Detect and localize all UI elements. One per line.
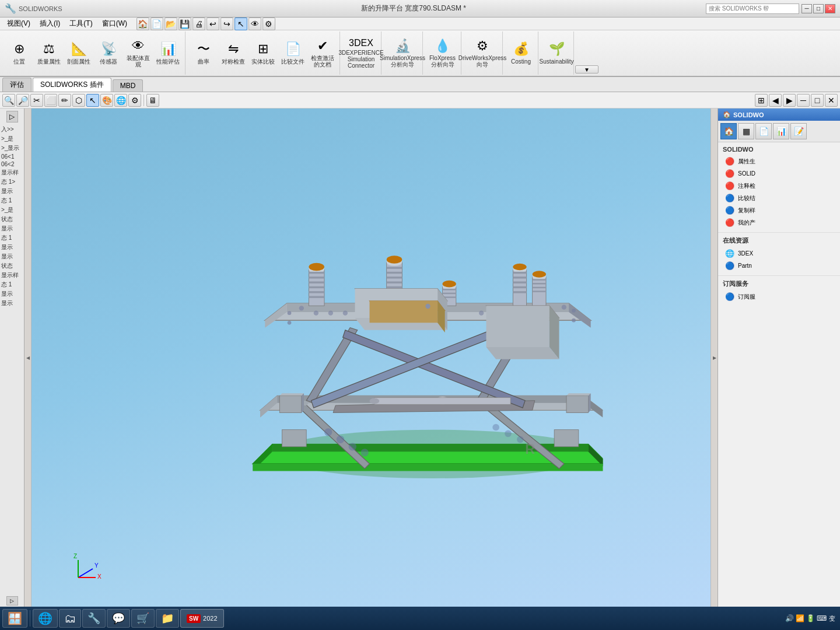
taskbar-windows[interactable]: 🗂 [59,609,81,628]
solid-compare-tool[interactable]: ⊞ 实体比较 [249,33,278,74]
tree-collapse-bottom[interactable]: ▷ [6,596,18,606]
tab-solidworks-plugins[interactable]: SOLIDWORKS 插件 [33,78,111,92]
left-panel-expand[interactable]: ▷ [6,111,18,123]
right-item-3dex[interactable]: 🌐 3DEX [723,247,835,260]
sensor-tool[interactable]: 📡 传感器 [94,33,123,74]
home-button[interactable]: 🏠 [136,18,149,30]
start-button[interactable]: 🪟 [2,609,27,628]
menu-view[interactable]: 视图(V) [2,18,35,30]
section-view-button[interactable]: ✂ [30,94,43,107]
right-doc-button[interactable]: 📄 [755,123,772,139]
toolbar-expand-button[interactable]: ▼ [575,65,598,74]
tree-item-5[interactable]: 06<2 [0,160,24,168]
print-button[interactable]: 🖨 [192,18,205,30]
scene-button[interactable]: 🌐 [114,94,127,107]
tree-item-6[interactable]: 显示样 [0,168,24,177]
taskbar-settings[interactable]: 🔧 [82,609,106,628]
viewport[interactable]: R Y X Z [32,108,710,607]
drivexpress-tool[interactable]: ⚙ DriveWorksXpress 向导 [465,33,500,74]
floxpress-tool[interactable]: 💧 FloXpress 分析向导 [426,33,459,74]
undo-button[interactable]: ↩ [206,18,219,30]
right-chart-button[interactable]: 📊 [773,123,789,139]
tree-item-20[interactable]: 显示 [0,299,24,308]
menu-insert[interactable]: 插入(I) [35,18,65,30]
tree-item-10[interactable]: >_是 [0,205,24,215]
taskbar-file[interactable]: 📁 [156,609,179,628]
tree-item-11[interactable]: 状态 [0,215,24,224]
tray-icon-1[interactable]: 🔊 [785,614,794,622]
section-properties-tool[interactable]: 📐 剖面属性 [64,33,93,74]
right-home-button[interactable]: 🏠 [720,123,737,139]
right-item-subscribe[interactable]: 🔵 订阅服 [723,290,835,303]
tray-icon-3[interactable]: 🔋 [806,614,815,622]
tree-item-3[interactable]: >_显示 [0,144,24,153]
taskbar-chat[interactable]: 💬 [107,609,130,628]
taskbar-solidworks[interactable]: SW 2022 [180,609,224,628]
save-button[interactable]: 💾 [178,18,191,30]
close-button[interactable]: ✕ [825,4,835,13]
restore-button[interactable]: □ [813,4,824,13]
minimize-button[interactable]: ─ [802,4,812,13]
symmetry-check-tool[interactable]: ⇋ 对称检查 [219,33,248,74]
appearance-button[interactable]: 🎨 [100,94,113,107]
view-search-button[interactable]: 🔍 [2,94,15,107]
redo-button[interactable]: ↪ [220,18,233,30]
tree-item-18[interactable]: 态 1 [0,280,24,289]
tree-item-16[interactable]: 状态 [0,261,24,271]
taskbar-browser[interactable]: 🌐 [33,609,58,628]
tree-item-8[interactable]: 显示 [0,187,24,196]
right-collapse-handle[interactable]: ▶ [710,108,718,607]
search-input[interactable] [706,4,799,14]
tree-item-2[interactable]: >_是 [0,134,24,144]
right-item-compare[interactable]: 🔵 比较结 [723,192,835,204]
tree-item-9[interactable]: 态 1 [0,196,24,205]
right-item-annot[interactable]: 🔴 注释检 [723,180,835,192]
tree-item-19[interactable]: 显示 [0,289,24,299]
taskbar-store[interactable]: 🛒 [131,609,155,628]
right-item-attr[interactable]: 🔴 属性生 [723,155,835,167]
simxpress-tool[interactable]: 🔬 SimulationXpress 分析向导 [385,33,420,74]
menu-tools[interactable]: 工具(T) [65,18,97,30]
3dx-connector-tool[interactable]: 3DEX 3DEXPERIENCE Simulation Connector [344,33,379,74]
window-min-button[interactable]: ─ [797,94,810,107]
view-orient-button[interactable]: ⬜ [44,94,57,107]
right-item-partner[interactable]: 🔵 Partn [723,260,835,272]
options-button[interactable]: ⚙ [262,18,275,30]
next-view-button[interactable]: ▶ [783,94,796,107]
side-collapse-handle[interactable]: ◀ [24,108,32,607]
view-settings-button[interactable]: ⚙ [128,94,141,107]
tree-item-7[interactable]: 态 1> [0,177,24,187]
select-button[interactable]: ↖ [235,18,247,30]
view-button[interactable]: 👁 [249,18,261,30]
menu-window[interactable]: 窗口(W) [97,18,132,30]
mass-properties-tool[interactable]: ⚖ 质量属性 [34,33,64,74]
open-button[interactable]: 📂 [164,18,177,30]
check-active-tool[interactable]: ✔ 检查激活的文档 [308,33,337,74]
tree-item-1[interactable]: 入>> [0,125,24,134]
tree-item-14[interactable]: 显示 [0,243,24,252]
prev-view-button[interactable]: ◀ [769,94,782,107]
window-max-button[interactable]: □ [811,94,824,107]
view-display-button[interactable]: ✏ [58,94,71,107]
tree-item-12[interactable]: 显示 [0,224,24,233]
tray-icon-2[interactable]: 📶 [796,614,804,622]
tree-item-17[interactable]: 显示样 [0,271,24,280]
performance-tool[interactable]: 📊 性能评估 [153,33,183,74]
position-tool[interactable]: ⊕ 位置 [5,33,34,74]
compare-file-tool[interactable]: 📄 比较文件 [278,33,307,74]
window-close-button[interactable]: ✕ [825,94,838,107]
view-hide-button[interactable]: ⬡ [72,94,85,107]
tray-icon-4[interactable]: ⌨ [817,614,827,622]
right-text-button[interactable]: 📝 [790,123,807,139]
right-grid-button[interactable]: ▦ [738,123,754,139]
tree-item-13[interactable]: 态 1 [0,233,24,243]
assembly-visual-tool[interactable]: 👁 装配体直观 [124,33,153,74]
tab-evaluate[interactable]: 评估 [2,78,32,92]
sustainability-tool[interactable]: 🌱 Sustainability [542,33,571,74]
right-item-copy[interactable]: 🔵 复制样 [723,204,835,216]
new-button[interactable]: 📄 [150,18,163,30]
curvature-tool[interactable]: 〜 曲率 [189,33,218,74]
right-item-myproduct[interactable]: 🔴 我的产 [723,216,835,229]
tree-item-15[interactable]: 显示 [0,252,24,261]
view-rotate-button[interactable]: ↖ [86,94,99,107]
